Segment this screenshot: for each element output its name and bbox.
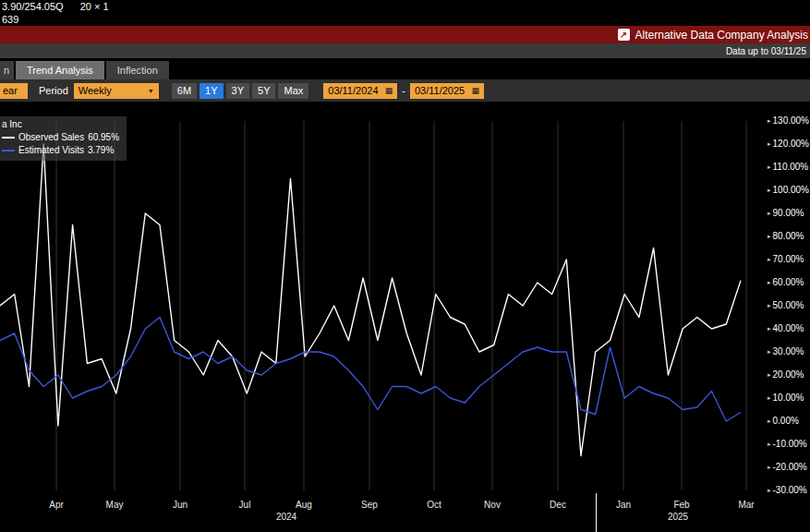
y-axis-label: ▸30.00% (768, 346, 804, 357)
y-axis-label: ▸40.00% (768, 323, 804, 333)
range-button-max[interactable]: Max (278, 83, 308, 99)
y-axis-value: 80.00% (773, 231, 804, 241)
range-button-group: 6M 1Y 3Y 5Y Max (172, 83, 308, 99)
function-banner: ↗ Alternative Data Company Analysis (0, 26, 810, 43)
axis-tick-icon: ▸ (768, 394, 771, 402)
status-bar: Data up to 03/11/25 (0, 43, 810, 58)
y-axis-value: 20.00% (773, 369, 804, 380)
legend-label: Estimated Visits (18, 144, 84, 157)
series-line-estimated-visits (0, 318, 741, 422)
axis-tick-icon: ▸ (768, 117, 771, 125)
date-from-value: 03/11/2024 (328, 85, 378, 96)
legend-value: 60.95% (88, 131, 119, 144)
volume-value: 639 (2, 13, 18, 26)
chevron-down-icon: ▼ (148, 88, 154, 94)
axis-tick-icon: ▸ (768, 464, 771, 471)
axis-tick-icon: ▸ (768, 279, 771, 286)
series-line-observed-sales (0, 144, 741, 456)
legend-item-observed-sales[interactable]: Observed Sales 60.95% (2, 131, 119, 144)
y-axis-label: ▸20.00% (768, 369, 804, 380)
calendar-icon[interactable]: ▦ (385, 86, 393, 95)
y-axis-label: ▸110.00% (768, 162, 808, 172)
y-axis-label: ▸130.00% (768, 115, 809, 126)
period-label: Period (39, 85, 68, 96)
x-axis-label: Aug (296, 500, 312, 510)
tab-partial-left[interactable]: n (0, 61, 14, 79)
x-axis-label: Sep (361, 500, 378, 510)
x-axis-label: Mar (738, 500, 754, 510)
quote-line-1: 3.90/254.05Q 20 × 1 (0, 0, 810, 13)
range-button-1y[interactable]: 1Y (199, 83, 223, 99)
legend-item-estimated-visits[interactable]: Estimated Visits 3.79% (2, 144, 119, 157)
y-axis-label: ▸-30.00% (768, 485, 807, 495)
y-axis-value: 90.00% (773, 208, 804, 218)
y-axis-value: 10.00% (773, 393, 804, 403)
legend-company-row: a Inc (2, 118, 119, 131)
y-axis-value: -20.00% (773, 462, 807, 472)
tab-bar: n Trend Analysis Inflection (0, 58, 810, 79)
range-button-6m[interactable]: 6M (172, 83, 197, 99)
axis-tick-icon: ▸ (768, 163, 771, 171)
range-button-5y[interactable]: 5Y (252, 83, 275, 99)
y-axis-label: ▸-20.00% (768, 462, 807, 472)
data-up-to-text: Data up to 03/11/25 (726, 46, 806, 56)
x-axis-label: Feb (673, 500, 689, 510)
range-button-3y[interactable]: 3Y (226, 83, 249, 99)
x-axis-label: Jul (239, 500, 251, 510)
y-axis-value: 50.00% (773, 300, 804, 310)
date-to-value: 03/11/2025 (415, 85, 465, 96)
y-axis-label: ▸100.00% (768, 185, 809, 195)
y-axis-value: 100.00% (773, 185, 809, 195)
y-axis-value: 60.00% (773, 277, 804, 287)
year-label: 2024 (276, 512, 296, 522)
axis-tick-icon: ▸ (768, 210, 771, 217)
y-axis-label: ▸60.00% (768, 277, 804, 287)
tab-inflection[interactable]: Inflection (106, 61, 169, 79)
y-axis-label: ▸-10.00% (768, 439, 807, 449)
y-axis-label: ▸70.00% (768, 254, 804, 264)
y-axis-label: ▸90.00% (768, 208, 804, 218)
bid-ask-quote: 3.90/254.05Q (2, 0, 64, 13)
launch-icon[interactable]: ↗ (618, 29, 630, 41)
axis-tick-icon: ▸ (768, 348, 771, 356)
estimated-visits-line-sample (2, 150, 15, 151)
x-axis-label: Jan (616, 500, 631, 510)
chart-canvas (0, 102, 810, 532)
date-to-field[interactable]: 03/11/2025 ▦ (410, 83, 484, 99)
axis-tick-icon: ▸ (768, 371, 771, 379)
period-value: Weekly (79, 85, 112, 96)
axis-tick-icon: ▸ (768, 187, 771, 194)
control-bar: ear Period Weekly ▼ 6M 1Y 3Y 5Y Max 03/1… (0, 79, 810, 102)
axis-tick-icon: ▸ (768, 487, 771, 494)
y-axis-value: -30.00% (773, 485, 807, 495)
calendar-icon[interactable]: ▦ (471, 86, 479, 95)
x-axis-label: Apr (49, 500, 64, 510)
y-axis-value: 40.00% (773, 323, 804, 333)
legend-label: Observed Sales (18, 131, 84, 144)
axis-tick-icon: ▸ (768, 441, 771, 448)
axis-tick-icon: ▸ (768, 140, 771, 148)
y-axis-label: ▸0.00% (768, 416, 799, 426)
y-axis-value: 70.00% (773, 254, 804, 264)
y-axis-value: 120.00% (773, 139, 809, 149)
x-axis-label: Oct (427, 500, 441, 510)
legend-value: 3.79% (88, 144, 114, 157)
y-axis-value: 30.00% (773, 346, 804, 357)
axis-tick-icon: ▸ (768, 233, 771, 240)
tab-trend-analysis[interactable]: Trend Analysis (16, 61, 104, 79)
axis-tick-icon: ▸ (768, 302, 771, 309)
year-dropdown-partial[interactable]: ear (0, 83, 28, 99)
trend-chart[interactable]: a Inc Observed Sales 60.95% Estimated Vi… (0, 102, 810, 532)
company-name: a Inc (2, 118, 22, 131)
function-title: Alternative Data Company Analysis (635, 29, 808, 42)
y-axis-label: ▸50.00% (768, 300, 804, 310)
x-axis-label: Jun (173, 500, 187, 510)
axis-tick-icon: ▸ (768, 417, 771, 425)
period-dropdown[interactable]: Weekly ▼ (74, 83, 159, 99)
year-label: 2025 (668, 512, 688, 522)
y-axis-value: 0.00% (773, 416, 799, 426)
year-dropdown-label: ear (3, 85, 18, 96)
x-axis-label: Nov (484, 500, 501, 510)
date-from-field[interactable]: 03/11/2024 ▦ (323, 83, 397, 99)
observed-sales-line-sample (2, 137, 15, 139)
